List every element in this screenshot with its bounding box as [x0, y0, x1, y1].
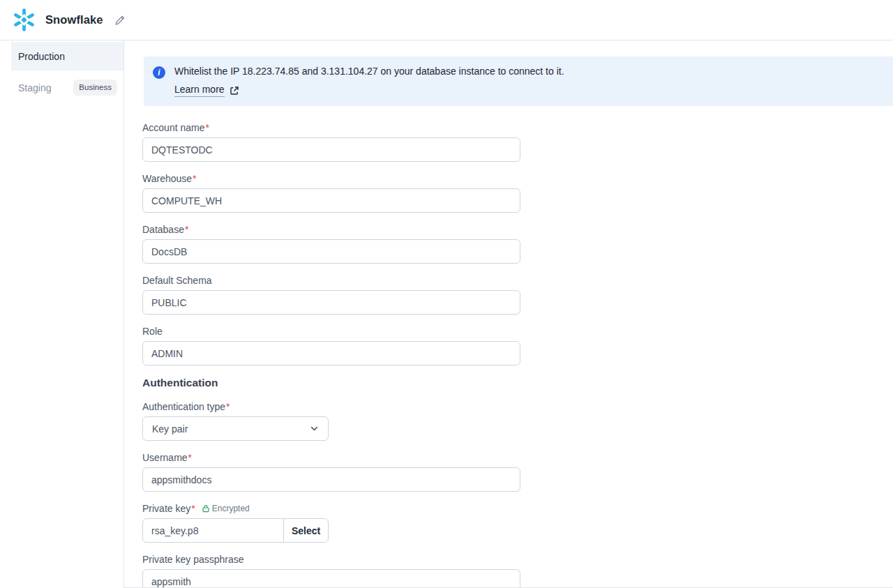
- role-field: Role: [142, 326, 520, 365]
- required-asterisk: *: [193, 173, 196, 184]
- username-input[interactable]: [142, 467, 520, 492]
- snowflake-logo-icon: [11, 7, 37, 33]
- sidebar-item-production[interactable]: Production: [11, 42, 123, 70]
- private-key-file-name[interactable]: rsa_key.p8: [142, 518, 284, 543]
- production-label: Production: [18, 51, 65, 62]
- sidebar-item-staging[interactable]: Staging Business: [11, 73, 123, 102]
- default-schema-field: Default Schema: [142, 275, 520, 315]
- selected-auth-type: Key pair: [152, 423, 188, 435]
- authentication-type-field: Authentication type* Key pair: [142, 401, 520, 441]
- role-input[interactable]: [142, 341, 520, 365]
- authentication-type-label: Authentication type*: [142, 401, 520, 412]
- required-asterisk: *: [191, 503, 195, 514]
- passphrase-label: Private key passphrase: [142, 554, 520, 565]
- whitelist-info-banner: i Whitelist the IP 18.223.74.85 and 3.13…: [144, 56, 893, 106]
- required-asterisk: *: [226, 401, 230, 412]
- warehouse-input[interactable]: [142, 188, 520, 213]
- business-plan-badge: Business: [73, 80, 117, 96]
- database-label: Database*: [142, 224, 520, 235]
- external-link-icon: [230, 86, 239, 96]
- chevron-down-icon: [310, 424, 319, 433]
- datasource-title: Snowflake: [45, 13, 103, 27]
- private-key-field: Private key* Encrypted rsa_key.p8 Sele: [142, 503, 520, 543]
- learn-more-link[interactable]: Learn more: [174, 84, 225, 97]
- passphrase-input[interactable]: [142, 569, 520, 588]
- private-key-label: Private key* Encrypted: [142, 503, 520, 514]
- lock-icon: [202, 504, 210, 513]
- account-name-label: Account name*: [142, 122, 520, 133]
- warehouse-field: Warehouse*: [142, 173, 520, 213]
- database-field: Database*: [142, 224, 520, 264]
- datasource-header: Snowflake: [0, 0, 893, 40]
- required-asterisk: *: [188, 452, 192, 463]
- environment-sidebar: Production Staging Business: [0, 40, 123, 588]
- info-icon: i: [153, 66, 165, 79]
- datasource-form: Account name* Warehouse* Database* Defau…: [124, 106, 893, 588]
- required-asterisk: *: [206, 122, 209, 133]
- required-asterisk: *: [185, 224, 188, 235]
- passphrase-field: Private key passphrase: [142, 554, 520, 588]
- staging-label: Staging: [18, 82, 51, 93]
- datasource-config-panel: i Whitelist the IP 18.223.74.85 and 3.13…: [123, 40, 893, 588]
- authentication-section-title: Authentication: [142, 377, 893, 389]
- username-field: Username*: [142, 452, 520, 492]
- encrypted-label: Encrypted: [212, 503, 250, 514]
- default-schema-input[interactable]: [142, 290, 520, 315]
- edit-name-pencil-icon[interactable]: [114, 15, 126, 26]
- role-label: Role: [142, 326, 520, 337]
- account-name-field: Account name*: [142, 122, 520, 162]
- whitelist-message: Whitelist the IP 18.223.74.85 and 3.131.…: [174, 66, 564, 77]
- default-schema-label: Default Schema: [142, 275, 520, 286]
- warehouse-label: Warehouse*: [142, 173, 520, 184]
- database-input[interactable]: [142, 239, 520, 264]
- select-file-button[interactable]: Select: [283, 518, 329, 543]
- username-label: Username*: [142, 452, 520, 463]
- account-name-input[interactable]: [142, 137, 520, 162]
- authentication-type-select[interactable]: Key pair: [142, 416, 329, 441]
- encrypted-badge: Encrypted: [202, 503, 250, 514]
